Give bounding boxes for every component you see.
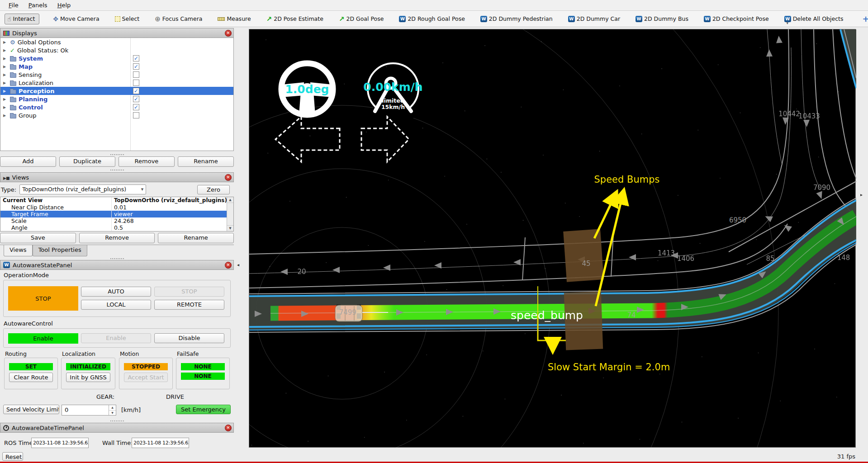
splitter-handle[interactable]: [0, 153, 234, 156]
set-emergency-button[interactable]: Set Emergency: [176, 405, 231, 414]
displays-rename-button[interactable]: Rename: [178, 156, 234, 167]
stop-button[interactable]: STOP: [154, 287, 224, 297]
disable-button[interactable]: Disable: [154, 333, 224, 343]
displays-add-button[interactable]: Add: [0, 156, 56, 167]
display-row-planning[interactable]: ▶Planning: [0, 95, 233, 103]
display-row-localization[interactable]: ▶Localization: [0, 79, 233, 87]
visibility-checkbox[interactable]: [133, 71, 139, 78]
menu-help[interactable]: Help: [53, 1, 75, 9]
clock-icon: [3, 425, 9, 431]
tab-tool-properties[interactable]: Tool Properties: [33, 245, 87, 256]
expand-caret-icon[interactable]: ▶: [3, 57, 8, 61]
tool-2d-dummy-car[interactable]: 2D Dummy Car: [566, 14, 622, 24]
tool-2d-goal-pose[interactable]: 2D Goal Pose: [337, 14, 386, 24]
property-scrollbar[interactable]: ▲▼: [227, 197, 233, 231]
menu-file[interactable]: File: [5, 1, 23, 9]
display-row-map[interactable]: ▶Map: [0, 62, 233, 71]
expand-caret-icon[interactable]: ▶: [3, 40, 8, 44]
displays-duplicate-button[interactable]: Duplicate: [59, 156, 115, 167]
velocity-row: Send Velocity Limit 0 ▲▼ [km/h] Set Emer…: [0, 405, 234, 416]
expand-caret-icon[interactable]: ▶: [3, 97, 8, 101]
expand-caret-icon[interactable]: ▶: [3, 81, 8, 85]
datetime-panel-header[interactable]: AutowareDateTimePanel: [0, 423, 234, 433]
views-save-button[interactable]: Save: [0, 233, 76, 243]
expand-caret-icon[interactable]: ▶: [3, 89, 8, 93]
display-row-control[interactable]: ▶Control: [0, 103, 233, 111]
reset-button[interactable]: Reset: [2, 452, 23, 461]
close-state-panel-button[interactable]: [225, 262, 232, 269]
tool-interact[interactable]: Interact: [5, 14, 39, 24]
tool-2d-dummy-pedestrian[interactable]: 2D Dummy Pedestrian: [479, 14, 555, 24]
expand-caret-icon[interactable]: ▶: [3, 73, 8, 77]
prop-target-frame[interactable]: Target Frameviewer: [0, 211, 233, 217]
tool-delete-all-objects[interactable]: Delete All Objects: [783, 14, 845, 24]
visibility-checkbox[interactable]: [133, 96, 139, 102]
displays-panel-header[interactable]: Displays: [0, 28, 234, 38]
local-button[interactable]: LOCAL: [81, 300, 151, 310]
tab-views[interactable]: Views: [4, 245, 33, 256]
display-row-system[interactable]: ▶System: [0, 54, 233, 62]
visibility-checkbox[interactable]: [133, 80, 139, 86]
views-rename-button[interactable]: Rename: [158, 233, 234, 243]
spinbox-arrows[interactable]: ▲▼: [109, 405, 116, 415]
prop-current-view[interactable]: Current ViewTopDownOrtho (rviz_default_p…: [0, 197, 233, 204]
clear-route-button[interactable]: Clear Route: [9, 373, 53, 382]
ros-time-field[interactable]: 2023-11-08 12:39:56.628: [31, 438, 89, 448]
tool-select[interactable]: Select: [113, 14, 142, 24]
visibility-checkbox[interactable]: [133, 104, 139, 110]
dock-resize-handle-icon[interactable]: ◂: [237, 262, 239, 267]
remote-button[interactable]: REMOTE: [154, 300, 224, 310]
tool-move-camera[interactable]: Move Camera: [51, 14, 101, 24]
prop-angle[interactable]: Angle0.5: [0, 224, 233, 231]
display-label: Global Options: [18, 39, 61, 46]
display-row-perception[interactable]: ▶Perception: [0, 87, 233, 95]
enable-button[interactable]: Enable: [81, 333, 151, 343]
menu-panels[interactable]: Panels: [24, 1, 52, 9]
expand-caret-icon[interactable]: ▶: [3, 105, 8, 109]
tool-2d-rough-goal-pose[interactable]: 2D Rough Goal Pose: [397, 14, 466, 24]
display-row-sensing[interactable]: ▶Sensing: [0, 71, 233, 79]
visibility-checkbox[interactable]: [133, 88, 139, 94]
velocity-limit-spinbox[interactable]: 0 ▲▼: [62, 405, 116, 416]
tool-plus-icon[interactable]: [860, 14, 868, 24]
tool-focus-camera[interactable]: Focus Camera: [153, 14, 204, 24]
tool-measure[interactable]: Measure: [216, 14, 252, 24]
splitter-handle[interactable]: [0, 420, 234, 422]
auto-button[interactable]: AUTO: [81, 287, 151, 297]
visibility-checkbox[interactable]: [133, 63, 139, 70]
visibility-checkbox[interactable]: [133, 112, 139, 118]
close-views-button[interactable]: [225, 174, 232, 181]
view-type-dropdown[interactable]: TopDownOrtho (rviz_default_plugins): [19, 184, 146, 194]
displays-remove-button[interactable]: Remove: [119, 156, 175, 167]
display-label: Localization: [19, 80, 53, 86]
expand-caret-icon[interactable]: ▶: [3, 65, 8, 69]
display-row-global-options[interactable]: ▶Global Options: [0, 38, 233, 46]
init-by-gnss-button[interactable]: Init by GNSS: [66, 373, 110, 382]
prop-scale[interactable]: Scale24.268: [0, 217, 233, 224]
toolbar-overflow-icon[interactable]: ▾: [786, 21, 788, 25]
zero-button[interactable]: Zero: [197, 185, 230, 194]
autoware-state-panel-header[interactable]: AutowareStatePanel: [0, 260, 234, 270]
close-datetime-panel-button[interactable]: [225, 425, 232, 431]
lane-id-74: 74: [627, 311, 636, 319]
splitter-handle[interactable]: [0, 169, 234, 171]
close-displays-button[interactable]: [225, 30, 232, 37]
views-remove-button[interactable]: Remove: [79, 233, 155, 243]
3d-viewport[interactable]: 2045141314068514874749910442104337090695…: [249, 29, 856, 448]
visibility-checkbox[interactable]: [133, 55, 139, 61]
tool-2d-checkpoint-pose[interactable]: 2D Checkpoint Pose: [702, 14, 771, 24]
tool-2d-pose-estimate[interactable]: 2D Pose Estimate: [265, 14, 325, 24]
right-dock-handle-icon[interactable]: ▸: [860, 192, 863, 197]
display-row-group[interactable]: ▶Group: [0, 111, 233, 119]
prop-near-clip-distance[interactable]: Near Clip Distance0.01: [0, 204, 233, 211]
expand-caret-icon[interactable]: ▶: [3, 113, 8, 118]
tool-2d-dummy-bus[interactable]: 2D Dummy Bus: [634, 14, 690, 24]
views-panel-header[interactable]: Views: [0, 172, 234, 182]
expand-caret-icon[interactable]: ▶: [3, 48, 8, 52]
send-velocity-limit-button[interactable]: Send Velocity Limit: [3, 405, 59, 414]
wall-time-field[interactable]: 2023-11-08 12:39:56.628: [132, 438, 189, 448]
display-row-global-status-ok[interactable]: ▶Global Status: Ok: [0, 46, 233, 54]
corner-road: [840, 29, 856, 88]
lane-id-85: 85: [766, 255, 774, 263]
accept-start-button[interactable]: Accept Start: [124, 373, 168, 382]
